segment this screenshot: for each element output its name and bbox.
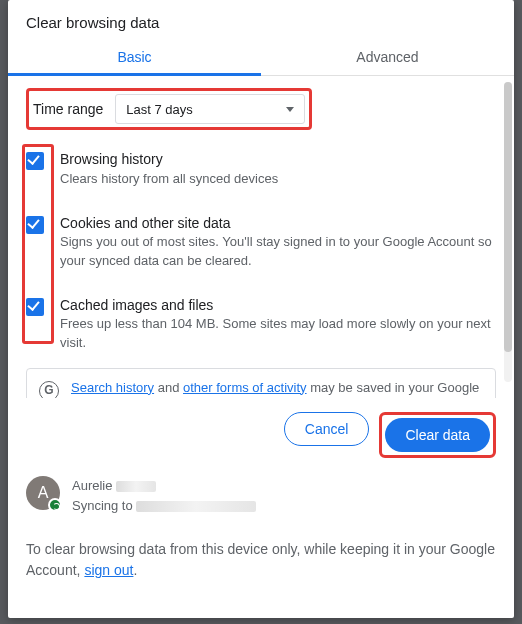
- checkbox-title: Browsing history: [60, 150, 496, 170]
- dialog-button-row: Cancel Clear data: [8, 398, 514, 474]
- google-account-info-box: G Search history and other forms of acti…: [26, 368, 496, 398]
- avatar: A: [26, 476, 60, 510]
- tab-advanced[interactable]: Advanced: [261, 39, 514, 75]
- footer-note: To clear browsing data from this device …: [8, 525, 514, 597]
- checkbox-title: Cached images and files: [60, 296, 496, 316]
- account-sync-line: Syncing to: [72, 496, 256, 516]
- cancel-button[interactable]: Cancel: [284, 412, 370, 446]
- sync-icon: [48, 498, 62, 512]
- account-row: A Aurelie Syncing to: [8, 474, 514, 525]
- time-range-select[interactable]: Last 7 days: [115, 94, 305, 124]
- info-text: Search history and other forms of activi…: [71, 379, 483, 398]
- sign-out-link[interactable]: sign out: [84, 562, 133, 578]
- scrollbar-thumb[interactable]: [504, 82, 512, 352]
- tab-bar: Basic Advanced: [8, 39, 514, 76]
- time-range-value: Last 7 days: [126, 102, 193, 117]
- search-history-link[interactable]: Search history: [71, 380, 154, 395]
- dialog-title: Clear browsing data: [8, 0, 514, 39]
- tab-basic[interactable]: Basic: [8, 39, 261, 75]
- account-name-line: Aurelie: [72, 476, 256, 496]
- checkbox-cache[interactable]: [26, 298, 44, 316]
- checkbox-title: Cookies and other site data: [60, 214, 496, 234]
- checkbox-item-cookies: Cookies and other site data Signs you ou…: [26, 214, 496, 270]
- avatar-initial: A: [38, 484, 49, 502]
- checkbox-desc: Clears history from all synced devices: [60, 170, 496, 188]
- time-range-label: Time range: [31, 101, 103, 117]
- clear-button-highlight-annotation: Clear data: [379, 412, 496, 458]
- checkbox-cookies[interactable]: [26, 216, 44, 234]
- time-range-row: Time range Last 7 days: [26, 88, 312, 130]
- checkbox-desc: Signs you out of most sites. You'll stay…: [60, 233, 496, 269]
- other-activity-link[interactable]: other forms of activity: [183, 380, 307, 395]
- chevron-down-icon: [286, 107, 294, 112]
- checkbox-item-browsing-history: Browsing history Clears history from all…: [26, 150, 496, 188]
- checkbox-item-cache: Cached images and files Frees up less th…: [26, 296, 496, 352]
- checkbox-desc: Frees up less than 104 MB. Some sites ma…: [60, 315, 496, 351]
- redacted-text: [136, 501, 256, 512]
- checkbox-browsing-history[interactable]: [26, 152, 44, 170]
- checkbox-list: Browsing history Clears history from all…: [26, 150, 496, 352]
- scroll-area: Time range Last 7 days Browsing history …: [8, 76, 514, 398]
- clear-data-button[interactable]: Clear data: [385, 418, 490, 452]
- redacted-text: [116, 481, 156, 492]
- google-icon: G: [39, 381, 59, 398]
- clear-browsing-data-dialog: Clear browsing data Basic Advanced Time …: [8, 0, 514, 618]
